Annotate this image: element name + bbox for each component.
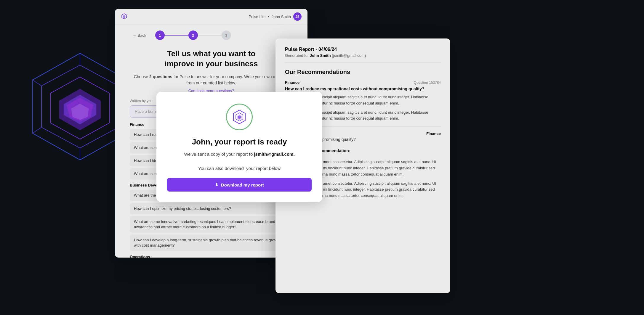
download-icon: ⬇ — [215, 182, 219, 187]
app-name-label: Pulse Lite — [249, 15, 265, 19]
report-date: Pulse Report - 04/06/24 — [285, 47, 441, 52]
modal-icon-ring — [226, 104, 253, 130]
user-avatar: JS — [293, 12, 302, 21]
category-operations: Operations — [130, 255, 293, 258]
svg-line-11 — [33, 127, 41, 133]
step-line-2-3 — [198, 35, 222, 36]
svg-marker-14 — [123, 15, 125, 18]
modal-card: John, your report is ready We've sent a … — [156, 92, 322, 202]
rec-question: How can I reduce my operational costs wi… — [285, 86, 441, 91]
step-line-1-2 — [165, 35, 188, 36]
page-title: Tell us what you want toimprove in your … — [130, 49, 293, 69]
back-button[interactable]: ← Back — [133, 33, 146, 38]
recommendations-title: Our Recommendations — [285, 69, 441, 75]
step-1[interactable]: 1 — [155, 30, 165, 40]
report-user: John Smith — [310, 53, 331, 58]
download-report-button[interactable]: ⬇ Download my report — [167, 178, 312, 192]
report-generated: Generated for John Smith (jsmith@gmail.c… — [285, 53, 441, 58]
header-separator: • — [268, 15, 269, 19]
page-subtitle: Choose 2 questions for Pulse to answer f… — [130, 74, 293, 86]
list-item[interactable]: What are some innovative marketing techn… — [130, 216, 293, 233]
rec-row-header: Finance Question 153784 — [285, 80, 441, 85]
list-item[interactable]: How can I optimize my pricing strate... … — [130, 203, 293, 214]
modal-logo-icon — [231, 109, 248, 125]
svg-line-12 — [33, 80, 41, 86]
download-label: Download my report — [221, 182, 264, 187]
window-header: Pulse Lite • John Smith JS — [115, 9, 307, 25]
modal-title: John, your report is ready — [192, 137, 287, 147]
step-3[interactable]: 3 — [222, 30, 231, 40]
rec-category: Finance — [285, 80, 299, 85]
list-item[interactable]: How can I develop a long-term, sustainab… — [130, 234, 293, 251]
svg-marker-18 — [238, 115, 241, 119]
user-name-label: John Smith — [272, 15, 291, 19]
report-divider — [285, 62, 441, 63]
step-2[interactable]: 2 — [188, 30, 198, 40]
rec-question-num: Question 153784 — [414, 81, 441, 85]
app-logo — [121, 13, 127, 21]
header-right: Pulse Lite • John Smith JS — [249, 12, 302, 21]
modal-body: We've sent a copy of your report to jsmi… — [184, 151, 294, 172]
